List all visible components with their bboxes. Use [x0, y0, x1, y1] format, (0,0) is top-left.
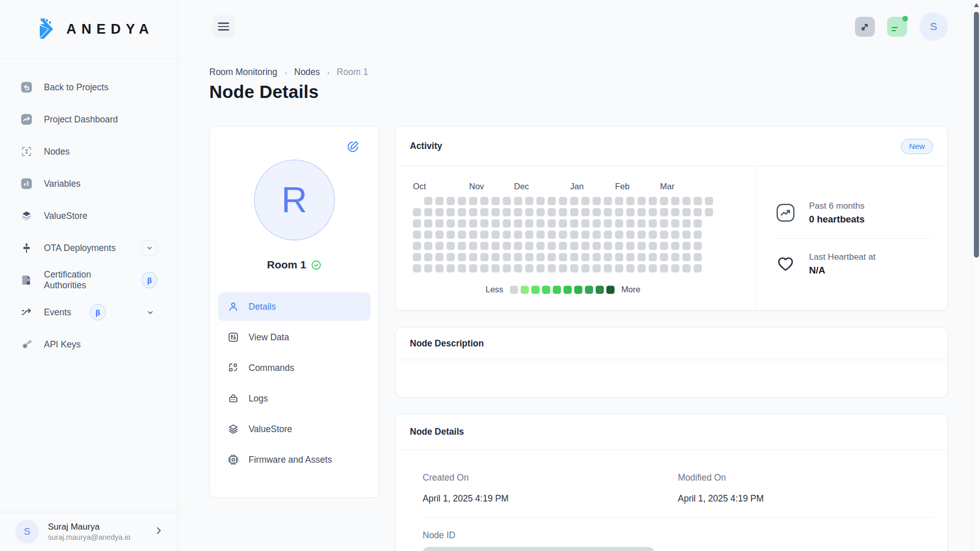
heatmap-cell[interactable] [682, 242, 691, 250]
menu-item-view-data[interactable]: View Data [218, 323, 371, 352]
heatmap-cell[interactable] [615, 253, 623, 261]
heatmap-cell[interactable] [671, 253, 679, 261]
heatmap-cell[interactable] [424, 219, 432, 228]
heatmap-cell[interactable] [469, 242, 477, 250]
heatmap-cell[interactable] [424, 231, 432, 239]
heatmap-cell[interactable] [626, 208, 634, 216]
heatmap-cell[interactable] [480, 231, 488, 239]
heatmap-cell[interactable] [525, 197, 533, 205]
heatmap-cell[interactable] [671, 208, 679, 216]
heatmap-cell[interactable] [424, 264, 432, 272]
heatmap-cell[interactable] [671, 197, 679, 205]
heatmap-cell[interactable] [615, 231, 623, 239]
heatmap-cell[interactable] [469, 208, 477, 216]
heatmap-cell[interactable] [671, 231, 679, 239]
heatmap-cell[interactable] [559, 208, 567, 216]
heatmap-cell[interactable] [638, 231, 646, 239]
heatmap-cell[interactable] [514, 264, 522, 272]
heatmap-cell[interactable] [671, 219, 679, 228]
heatmap-cell[interactable] [469, 219, 477, 228]
activity-heatmap[interactable] [413, 197, 756, 272]
heatmap-cell[interactable] [559, 264, 567, 272]
page-scrollbar[interactable] [972, 0, 980, 551]
sidebar-toggle-button[interactable] [212, 15, 235, 38]
heatmap-cell[interactable] [458, 253, 466, 261]
heatmap-cell[interactable] [694, 253, 702, 261]
heatmap-cell[interactable] [638, 264, 646, 272]
heatmap-cell[interactable] [626, 231, 634, 239]
heatmap-cell[interactable] [570, 242, 578, 250]
heatmap-cell[interactable] [682, 208, 691, 216]
heatmap-cell[interactable] [480, 264, 488, 272]
heatmap-cell[interactable] [682, 264, 691, 272]
heatmap-cell[interactable] [435, 208, 444, 216]
heatmap-cell[interactable] [480, 219, 488, 228]
heatmap-cell[interactable] [660, 264, 668, 272]
menu-item-details[interactable]: Details [218, 292, 371, 321]
sidebar-item-variables[interactable]: Variables [20, 173, 165, 194]
heatmap-cell[interactable] [536, 264, 545, 272]
account-avatar-button[interactable]: S [919, 12, 948, 41]
heatmap-cell[interactable] [581, 197, 590, 205]
heatmap-cell[interactable] [447, 231, 455, 239]
anedya-logo[interactable]: ANEDYA [37, 17, 154, 41]
heatmap-cell[interactable] [548, 231, 556, 239]
expand-button[interactable] [855, 17, 875, 37]
heatmap-cell[interactable] [694, 264, 702, 272]
heatmap-cell[interactable] [649, 208, 657, 216]
heatmap-cell[interactable] [492, 208, 500, 216]
heatmap-cell[interactable] [626, 197, 634, 205]
heatmap-cell[interactable] [492, 219, 500, 228]
heatmap-cell[interactable] [671, 242, 679, 250]
heatmap-cell[interactable] [480, 253, 488, 261]
heatmap-cell[interactable] [548, 197, 556, 205]
heatmap-cell[interactable] [536, 253, 545, 261]
heatmap-cell[interactable] [536, 231, 545, 239]
heatmap-cell[interactable] [559, 242, 567, 250]
heatmap-cell[interactable] [447, 208, 455, 216]
heatmap-cell[interactable] [435, 242, 444, 250]
heatmap-cell[interactable] [536, 208, 545, 216]
heatmap-cell[interactable] [525, 253, 533, 261]
heatmap-cell[interactable] [615, 197, 623, 205]
heatmap-cell[interactable] [638, 208, 646, 216]
heatmap-cell[interactable] [593, 219, 601, 228]
sidebar-user-card[interactable]: S Suraj Maurya suraj.maurya@anedya.io [0, 512, 178, 551]
heatmap-cell[interactable] [503, 219, 511, 228]
heatmap-cell[interactable] [615, 242, 623, 250]
heatmap-cell[interactable] [660, 219, 668, 228]
heatmap-cell[interactable] [581, 208, 590, 216]
heatmap-cell[interactable] [570, 208, 578, 216]
heatmap-cell[interactable] [604, 253, 612, 261]
heatmap-cell[interactable] [469, 197, 477, 205]
heatmap-cell[interactable] [649, 231, 657, 239]
heatmap-cell[interactable] [447, 253, 455, 261]
heatmap-cell[interactable] [413, 219, 421, 228]
heatmap-cell[interactable] [435, 231, 444, 239]
heatmap-cell[interactable] [694, 231, 702, 239]
heatmap-cell[interactable] [447, 264, 455, 272]
sidebar-item-certification-authorities[interactable]: Certification Authorities β [20, 270, 165, 290]
heatmap-cell[interactable] [570, 197, 578, 205]
heatmap-cell[interactable] [492, 197, 500, 205]
menu-item-valuestore[interactable]: ValueStore [218, 415, 371, 443]
changelog-button[interactable] [887, 17, 907, 37]
heatmap-cell[interactable] [458, 242, 466, 250]
heatmap-cell[interactable] [615, 264, 623, 272]
breadcrumb-project[interactable]: Room Monitoring [209, 67, 277, 78]
heatmap-cell[interactable] [581, 264, 590, 272]
heatmap-cell[interactable] [435, 264, 444, 272]
heatmap-cell[interactable] [581, 231, 590, 239]
heatmap-cell[interactable] [514, 219, 522, 228]
heatmap-cell[interactable] [705, 197, 713, 205]
heatmap-cell[interactable] [649, 197, 657, 205]
heatmap-cell[interactable] [525, 242, 533, 250]
heatmap-cell[interactable] [447, 197, 455, 205]
heatmap-cell[interactable] [694, 242, 702, 250]
heatmap-cell[interactable] [604, 208, 612, 216]
breadcrumb-nodes[interactable]: Nodes [294, 67, 320, 78]
heatmap-cell[interactable] [435, 197, 444, 205]
heatmap-cell[interactable] [649, 219, 657, 228]
menu-item-commands[interactable]: Commands [218, 354, 371, 382]
heatmap-cell[interactable] [536, 197, 545, 205]
